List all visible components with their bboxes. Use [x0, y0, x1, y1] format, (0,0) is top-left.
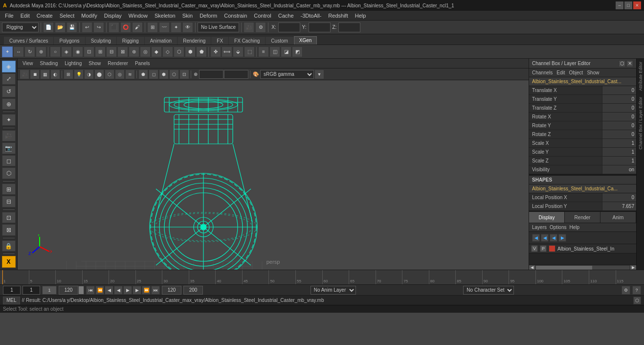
- cb-scroll-track[interactable]: [536, 266, 629, 270]
- ipr-button[interactable]: ⬡: [2, 167, 16, 179]
- display-layer-button[interactable]: ◫: [269, 46, 280, 57]
- channel-translate-y-value[interactable]: 0: [602, 95, 636, 103]
- vt-y-field[interactable]: [224, 70, 248, 79]
- channel-translate-x-value[interactable]: 0: [602, 86, 636, 94]
- menu-display[interactable]: Display: [101, 12, 125, 20]
- frame-sel-button[interactable]: ⊠: [2, 224, 16, 236]
- vpmenu-renderer[interactable]: Renderer: [105, 60, 131, 67]
- tab-xgen[interactable]: XGen: [294, 36, 317, 45]
- vt-smooth-button[interactable]: ◐: [50, 69, 60, 79]
- tab-fx-caching[interactable]: FX Caching: [229, 37, 265, 45]
- cb-horizontal-scrollbar[interactable]: ◀ ▶: [529, 265, 636, 270]
- menu-select[interactable]: Select: [57, 12, 78, 20]
- layer-visibility-toggle[interactable]: V: [531, 245, 538, 252]
- tab-animation[interactable]: Animation: [145, 37, 177, 45]
- menu-control[interactable]: Control: [251, 12, 274, 20]
- redo-button[interactable]: ↪: [93, 22, 104, 33]
- cb-scroll-right[interactable]: ▶: [630, 265, 636, 270]
- tab-curves-surfaces[interactable]: Curves / Surfaces: [4, 37, 53, 45]
- select-mode-button[interactable]: ⬛: [109, 22, 119, 33]
- cb-show-menu[interactable]: Show: [587, 70, 599, 75]
- select-lt-button[interactable]: ◈: [2, 61, 16, 72]
- range-end-input[interactable]: [59, 286, 78, 295]
- tool14-button[interactable]: ⬢: [185, 46, 196, 57]
- snap-curve-button[interactable]: 〰: [159, 22, 170, 33]
- channel-local-pos-x-value[interactable]: 0: [602, 193, 636, 202]
- vt-dof-button[interactable]: ◎: [115, 69, 125, 79]
- menu-skin[interactable]: Skin: [179, 12, 196, 20]
- joint-button[interactable]: ✤: [210, 46, 221, 57]
- channel-scale-z-value[interactable]: 1: [602, 157, 636, 165]
- vpmenu-lighting[interactable]: Lighting: [62, 60, 85, 67]
- tool12-button[interactable]: ◇: [162, 46, 173, 57]
- vt-grid-button[interactable]: ⊞: [64, 69, 73, 79]
- channel-translate-z-value[interactable]: 0: [602, 104, 636, 112]
- menu-create[interactable]: Create: [34, 12, 56, 20]
- viewport[interactable]: persp X Y Z: [18, 80, 529, 270]
- render-button[interactable]: 🎥: [244, 22, 254, 33]
- menu-edit[interactable]: Edit: [18, 12, 33, 20]
- mode-selector[interactable]: Rigging Modeling Animation: [2, 23, 39, 32]
- prefs-button[interactable]: ⚙: [622, 286, 630, 295]
- x-coord-input[interactable]: [278, 23, 300, 32]
- menu-constrain[interactable]: Constrain: [221, 12, 250, 20]
- vt-lights-button[interactable]: 💡: [74, 69, 84, 79]
- show-manip-button[interactable]: ✦: [2, 114, 16, 126]
- tab-custom[interactable]: Custom: [266, 37, 293, 45]
- undo-button[interactable]: ↩: [82, 22, 92, 33]
- vt-comp-button[interactable]: ⬢: [159, 69, 169, 79]
- layout-button[interactable]: ⊞: [2, 184, 16, 195]
- scale-lt-button[interactable]: ⊕: [2, 98, 16, 110]
- tab-anim[interactable]: Anim: [600, 212, 636, 223]
- channel-scale-x-value[interactable]: 1: [602, 139, 636, 147]
- channel-local-pos-y-value[interactable]: 7.657: [602, 202, 636, 210]
- paint-select-button[interactable]: 🖌: [132, 22, 143, 33]
- soft-select-button[interactable]: ○: [50, 46, 61, 57]
- no-anim-layer-select[interactable]: No Anim Layer: [311, 286, 356, 295]
- close-button[interactable]: ✕: [633, 1, 641, 9]
- vt-wire-button[interactable]: ▦: [40, 69, 50, 79]
- maximize-button[interactable]: □: [624, 1, 632, 9]
- z-coord-input[interactable]: [338, 23, 360, 32]
- color-space-selector[interactable]: sRGB gamma Linear: [260, 70, 314, 79]
- prev-key-button[interactable]: ◀: [105, 286, 113, 295]
- play-forward-button[interactable]: ▶: [123, 286, 132, 295]
- tool4-button[interactable]: ◉: [72, 46, 83, 57]
- di-remove-button[interactable]: ◀: [541, 234, 549, 242]
- channel-rotate-y-value[interactable]: 0: [602, 121, 636, 130]
- cb-close-button[interactable]: ✕: [626, 60, 633, 67]
- vt-stop-button[interactable]: ⏹: [30, 69, 40, 79]
- help-bottom-button[interactable]: ?: [632, 286, 641, 295]
- snap-lt-button[interactable]: 🔒: [2, 240, 16, 252]
- vpmenu-shading[interactable]: Shading: [37, 60, 61, 67]
- tool3-button[interactable]: ◈: [61, 46, 72, 57]
- tool7-button[interactable]: ⊟: [106, 46, 117, 57]
- menu-deform[interactable]: Deform: [197, 12, 220, 20]
- new-file-button[interactable]: 📄: [43, 22, 54, 33]
- minimize-button[interactable]: –: [616, 1, 623, 9]
- go-to-start-button[interactable]: ⏮: [86, 286, 95, 295]
- xgen-button[interactable]: X: [2, 256, 16, 268]
- lasso-select-button[interactable]: ⭕: [120, 22, 131, 33]
- rotate-tool-button[interactable]: ↻: [24, 46, 35, 57]
- cb-scroll-thumb[interactable]: [536, 266, 592, 270]
- channel-rotate-x-value[interactable]: 0: [602, 113, 636, 121]
- tool10-button[interactable]: ◎: [140, 46, 151, 57]
- layers-button[interactable]: ≡: [258, 46, 269, 57]
- render-settings-button[interactable]: ⚙: [255, 22, 266, 33]
- cb-float-button[interactable]: ⬡: [619, 60, 625, 67]
- attr-editor-bottom-label[interactable]: Channel Box / Layer Editor: [637, 94, 644, 153]
- vt-iso-button[interactable]: ⬟: [138, 69, 148, 79]
- channel-visibility-value[interactable]: on: [602, 165, 636, 174]
- y-coord-input[interactable]: [309, 23, 331, 32]
- tool8-button[interactable]: ⊠: [117, 46, 128, 57]
- open-file-button[interactable]: 📂: [55, 22, 66, 33]
- tab-rigging[interactable]: Rigging: [117, 37, 144, 45]
- vt-motion-blur-button[interactable]: ≋: [125, 69, 135, 79]
- tab-rendering[interactable]: Rendering: [178, 37, 211, 45]
- menu-3dtoall[interactable]: -3DtoAll-: [298, 12, 325, 20]
- di-add-button[interactable]: ◀: [532, 234, 540, 242]
- tab-display[interactable]: Display: [529, 212, 565, 223]
- tab-render[interactable]: Render: [565, 212, 600, 223]
- tool6-button[interactable]: ⊞: [95, 46, 106, 57]
